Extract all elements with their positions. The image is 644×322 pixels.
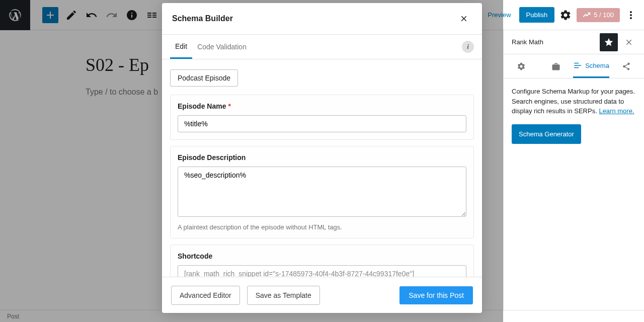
modal-close-button[interactable] bbox=[456, 11, 472, 27]
tab-social[interactable] bbox=[609, 54, 644, 78]
episode-desc-label: Episode Description bbox=[178, 153, 466, 162]
episode-desc-help: A plaintext description of the episode w… bbox=[178, 223, 466, 231]
star-icon bbox=[604, 37, 614, 47]
kebab-icon bbox=[625, 9, 637, 21]
rankmath-panel: Rank Math Schema Configure Schema Markup… bbox=[503, 30, 644, 310]
chart-icon bbox=[583, 11, 591, 19]
episode-name-card: Episode Name * bbox=[170, 95, 474, 140]
modal-tab-validation[interactable]: Code Validation bbox=[192, 36, 252, 58]
modal-info-button[interactable]: i bbox=[462, 41, 474, 53]
learn-more-link[interactable]: Learn more. bbox=[599, 107, 634, 115]
tab-advanced[interactable] bbox=[538, 54, 573, 78]
shortcode-label: Shortcode bbox=[178, 252, 466, 260]
tab-schema[interactable]: Schema bbox=[573, 54, 609, 78]
episode-desc-input[interactable]: %seo_description% bbox=[178, 167, 466, 217]
save-template-button[interactable]: Save as Template bbox=[247, 286, 320, 305]
publish-button[interactable]: Publish bbox=[519, 7, 555, 23]
briefcase-icon bbox=[551, 62, 560, 71]
more-button[interactable] bbox=[622, 6, 640, 24]
close-icon bbox=[624, 38, 633, 47]
modal-title: Schema Builder bbox=[172, 14, 233, 23]
share-icon bbox=[622, 62, 631, 71]
settings-button[interactable] bbox=[556, 6, 575, 24]
schema-builder-modal: Schema Builder Edit Code Validation i Po… bbox=[162, 3, 482, 313]
tab-general[interactable] bbox=[504, 54, 538, 78]
modal-tab-edit[interactable]: Edit bbox=[170, 35, 192, 59]
gear-icon bbox=[517, 62, 526, 71]
close-panel-button[interactable] bbox=[620, 33, 638, 51]
schema-generator-button[interactable]: Schema Generator bbox=[512, 124, 581, 144]
shortcode-input[interactable] bbox=[178, 265, 466, 277]
gear-icon bbox=[559, 9, 572, 21]
episode-name-input[interactable] bbox=[178, 115, 466, 132]
schema-icon bbox=[573, 61, 582, 70]
panel-tabs: Schema bbox=[504, 54, 644, 78]
seo-score-button[interactable]: 5 / 100 bbox=[577, 8, 620, 22]
shortcode-card: Shortcode You can either use this shortc… bbox=[170, 245, 474, 277]
schema-type-chip[interactable]: Podcast Episode bbox=[170, 69, 238, 87]
episode-desc-card: Episode Description %seo_description% A … bbox=[170, 146, 474, 238]
advanced-editor-button[interactable]: Advanced Editor bbox=[171, 286, 240, 305]
panel-title: Rank Math bbox=[512, 38, 543, 46]
pin-panel-button[interactable] bbox=[600, 33, 618, 51]
save-for-post-button[interactable]: Save for this Post bbox=[399, 286, 473, 304]
episode-name-label: Episode Name * bbox=[178, 102, 466, 110]
close-icon bbox=[459, 14, 468, 23]
seo-score-value: 5 / 100 bbox=[594, 11, 614, 19]
